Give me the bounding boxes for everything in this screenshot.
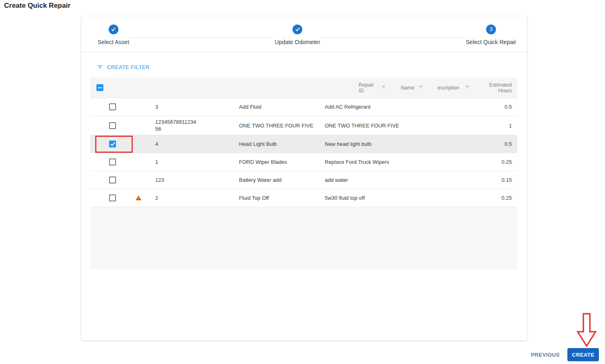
check-icon [111, 27, 115, 31]
estimated-hours-cell: 0.25 [468, 156, 517, 167]
estimated-hours-cell: 0.5 [468, 138, 517, 150]
table-row[interactable]: 1234567891123456 ONE TWO THREE FOUR FIVE… [90, 116, 517, 135]
row-checkbox[interactable] [109, 194, 116, 201]
filter-icon-name[interactable] [418, 85, 423, 89]
description-cell: add water [325, 174, 468, 185]
table-row[interactable]: 3 Add Fluid Add AC Refrigerant 0.5 [90, 98, 517, 116]
estimated-hours-cell: 0.25 [468, 192, 517, 203]
step-update-odometer[interactable]: Update Odometer [275, 25, 320, 45]
stepper-connector [320, 37, 466, 38]
select-all-checkbox[interactable] [96, 84, 103, 91]
name-cell: Add Fluid [239, 101, 325, 112]
repair-id-cell: 3 [147, 101, 239, 113]
repair-id-cell: 1234567891123456 [147, 116, 239, 135]
divider [81, 52, 527, 52]
step-label-select-asset: Select Asset [98, 39, 129, 45]
footer-actions: PREVIOUS CREATE [531, 348, 599, 361]
table-row[interactable]: 2 Fluid Top Off 5w30 fluid top off 0.25 [90, 189, 517, 207]
stepper: Select Asset Update Odometer 3 Select Qu… [81, 16, 527, 45]
estimated-hours-cell: 0.5 [468, 101, 517, 112]
create-quick-repair-card: Select Asset Update Odometer 3 Select Qu… [81, 16, 527, 340]
step-select-asset[interactable]: Select Asset [98, 25, 129, 45]
table-empty-area [90, 207, 517, 269]
step-number-indicator: 3 [486, 25, 496, 34]
table-row[interactable]: 4 Head Light Bulb New head light bulb 0.… [90, 135, 517, 153]
table-row[interactable]: 123 Battery Water add add water 0.15 [90, 171, 517, 189]
step-label-update-odometer: Update Odometer [275, 39, 320, 45]
name-cell: Fluid Top Off [239, 192, 325, 203]
step-completed-check-icon [109, 25, 118, 34]
repair-id-cell: 123 [147, 174, 239, 186]
repair-id-cell: 1 [147, 156, 239, 168]
column-header-estimated-hours[interactable]: Estimated Hours [486, 82, 512, 94]
step-number: 3 [490, 27, 493, 32]
create-filter-button[interactable]: CREATE FILTER [97, 62, 150, 72]
column-header-repair-id[interactable]: Repair ID [359, 82, 377, 94]
repair-id-cell: 2 [147, 192, 239, 204]
row-checkbox[interactable] [109, 176, 116, 183]
row-checkbox[interactable] [109, 141, 116, 147]
stepper-connector [129, 37, 275, 38]
page-title: Create Quick Repair [4, 2, 71, 10]
estimated-hours-cell: 1 [468, 120, 517, 131]
table-body: 3 Add Fluid Add AC Refrigerant 0.5 12345… [90, 98, 517, 207]
create-button[interactable]: CREATE [567, 348, 599, 361]
estimated-hours-cell: 0.15 [468, 174, 517, 185]
filter-icon-repair-id[interactable] [381, 85, 386, 89]
quick-repair-table: Repair ID Name escription Estimated Hour… [90, 78, 517, 269]
step-select-quick-repair[interactable]: 3 Select Quick Repair [466, 25, 516, 45]
step-completed-check-icon [292, 25, 302, 34]
row-checkbox[interactable] [109, 159, 116, 165]
column-header-name[interactable]: Name [401, 85, 414, 91]
description-cell: ONE TWO THREE FOUR FIVE [325, 120, 468, 131]
warning-icon [135, 195, 142, 201]
description-cell: New head light bulb [325, 138, 468, 150]
table-header: Repair ID Name escription Estimated Hour… [90, 78, 517, 98]
row-checkbox[interactable] [109, 103, 116, 110]
description-cell: Add AC Refrigerant [325, 101, 468, 112]
column-header-description[interactable]: escription [438, 85, 460, 91]
name-cell: Battery Water add [239, 174, 325, 185]
repair-id-cell: 4 [147, 138, 239, 150]
filter-icon-description[interactable] [465, 85, 470, 89]
name-cell: Head Light Bulb [239, 138, 325, 150]
previous-button[interactable]: PREVIOUS [531, 352, 560, 358]
row-checkbox[interactable] [109, 122, 116, 129]
name-cell: ONE TWO THREE FOUR FIVE [239, 120, 325, 131]
create-filter-label: CREATE FILTER [107, 64, 150, 70]
filter-list-icon [97, 64, 103, 70]
check-icon [295, 27, 299, 31]
annotation-arrow [577, 313, 596, 347]
name-cell: FORD Wiper Blades [239, 156, 325, 167]
step-label-select-quick-repair: Select Quick Repair [466, 39, 516, 45]
description-cell: 5w30 fluid top off [325, 192, 468, 203]
table-row[interactable]: 1 FORD Wiper Blades Replace Ford Truck W… [90, 153, 517, 171]
description-cell: Replace Ford Truck Wipers [325, 156, 468, 167]
